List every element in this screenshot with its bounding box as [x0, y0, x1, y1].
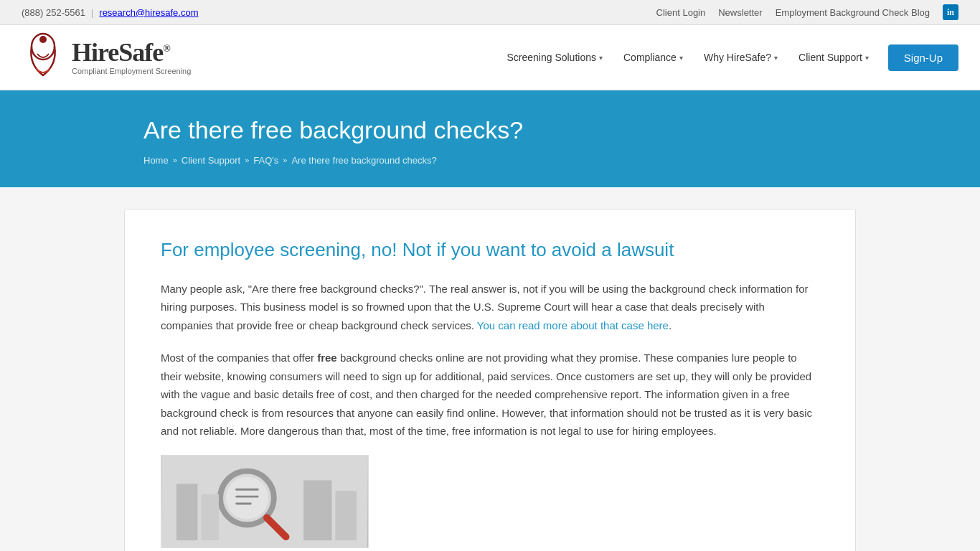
logo-text-area: HireSafe® Compliant Employment Screening [72, 39, 191, 75]
article-para1-end: . [669, 319, 672, 331]
article-para2-start: Most of the companies that offer [161, 352, 317, 364]
chevron-down-icon: ▾ [599, 54, 603, 62]
logo-hire: Hire [72, 38, 118, 67]
breadcrumb-faqs[interactable]: FAQ's [253, 155, 278, 166]
nav-compliance[interactable]: Compliance ▾ [615, 46, 692, 69]
breadcrumb-sep-2: » [245, 156, 249, 164]
top-bar: (888) 252-5561 | research@hiresafe.com C… [0, 0, 980, 25]
svg-rect-11 [303, 480, 331, 540]
linkedin-icon[interactable]: in [943, 4, 958, 20]
article-paragraph-1: Many people ask, "Are there free backgro… [161, 280, 819, 335]
article-paragraph-2: Most of the companies that offer free ba… [161, 349, 819, 441]
nav-client-support-label: Client Support [798, 52, 862, 63]
chevron-down-icon: ▾ [774, 54, 778, 62]
breadcrumb-sep-1: » [173, 156, 177, 164]
logo-icon [22, 32, 65, 83]
client-login-link[interactable]: Client Login [656, 7, 706, 18]
top-bar-left: (888) 252-5561 | research@hiresafe.com [22, 7, 199, 18]
breadcrumb-home[interactable]: Home [143, 155, 169, 166]
phone-number: (888) 252-5561 [22, 7, 85, 18]
signup-button[interactable]: Sign-Up [888, 44, 958, 71]
hero-banner: Are there free background checks? Home »… [0, 90, 980, 187]
top-bar-right: Client Login Newsletter Employment Backg… [656, 4, 958, 20]
svg-rect-12 [335, 491, 357, 540]
chevron-down-icon: ▾ [679, 54, 683, 62]
svg-point-1 [39, 36, 47, 43]
nav-client-support[interactable]: Client Support ▾ [790, 46, 877, 69]
email-link[interactable]: research@hiresafe.com [99, 7, 198, 18]
breadcrumb-client-support[interactable]: Client Support [182, 155, 240, 166]
article-case-link[interactable]: You can read more about that case here [477, 319, 669, 331]
breadcrumb: Home » Client Support » FAQ's » Are ther… [143, 155, 958, 166]
nav-why-hiresafe-label: Why HireSafe? [704, 52, 771, 63]
chevron-down-icon: ▾ [865, 54, 869, 62]
nav-screening-solutions[interactable]: Screening Solutions ▾ [498, 46, 611, 69]
logo-reg: ® [163, 43, 169, 54]
article-heading: For employee screening, no! Not if you w… [161, 238, 819, 263]
article-image [161, 455, 369, 548]
newsletter-link[interactable]: Newsletter [718, 7, 762, 18]
nav-compliance-label: Compliance [623, 52, 677, 63]
breadcrumb-sep-3: » [283, 156, 287, 164]
breadcrumb-current: Are there free background checks? [291, 155, 436, 166]
article-para2-bold: free [317, 352, 337, 364]
nav-why-hiresafe[interactable]: Why HireSafe? ▾ [695, 46, 786, 69]
page-title: Are there free background checks? [143, 116, 958, 145]
header: HireSafe® Compliant Employment Screening… [0, 25, 980, 90]
svg-point-4 [226, 476, 268, 519]
svg-rect-9 [176, 484, 198, 540]
blog-link[interactable]: Employment Background Check Blog [776, 7, 930, 18]
article-para2-rest: background checks online are not providi… [161, 352, 812, 437]
logo-name: HireSafe® [72, 39, 191, 65]
main-content: For employee screening, no! Not if you w… [124, 209, 856, 551]
svg-rect-10 [201, 494, 219, 540]
logo-safe: Safe [118, 38, 163, 67]
main-nav: Screening Solutions ▾ Compliance ▾ Why H… [498, 44, 958, 71]
logo-tagline: Compliant Employment Screening [72, 67, 191, 75]
nav-screening-solutions-label: Screening Solutions [507, 52, 596, 63]
logo-area: HireSafe® Compliant Employment Screening [22, 32, 191, 83]
divider: | [91, 7, 93, 18]
